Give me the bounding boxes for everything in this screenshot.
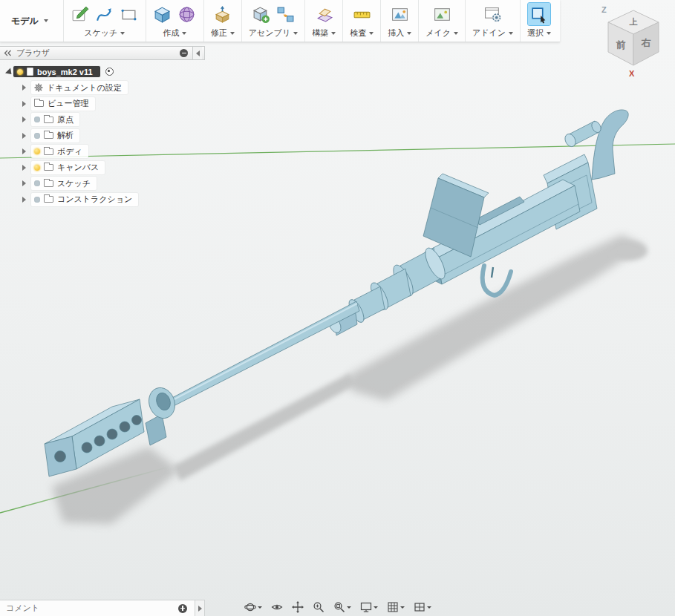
tree-item-label: 原点 xyxy=(57,114,74,125)
create-menu-button[interactable]: 作成 xyxy=(161,27,188,39)
insert-image-icon[interactable] xyxy=(388,3,411,25)
orbit-icon xyxy=(244,601,256,613)
tree-item-label: キャンバス xyxy=(57,162,99,173)
assemble-menu-button[interactable]: アセンブリ xyxy=(247,27,299,39)
gear-icon xyxy=(34,83,43,92)
toolbar-group-modify: 修正 xyxy=(203,0,241,42)
expand-arrow-icon[interactable] xyxy=(22,85,26,91)
insert-menu-label: 挿入 xyxy=(388,27,404,39)
pan-button[interactable] xyxy=(290,600,305,614)
visibility-bulb-icon[interactable] xyxy=(34,117,40,122)
expand-arrow-icon[interactable] xyxy=(22,180,26,186)
activate-component-radio[interactable] xyxy=(105,68,114,76)
rectangle-icon[interactable] xyxy=(118,3,140,25)
viewcube-right-label: 右 xyxy=(641,37,651,48)
inspect-menu-button[interactable]: 検査 xyxy=(348,27,375,39)
look-at-button[interactable] xyxy=(270,600,284,614)
grid-icon xyxy=(387,601,399,613)
orbit-button[interactable] xyxy=(243,600,264,614)
collapse-panel-icon[interactable] xyxy=(180,49,188,57)
view-cube[interactable]: Z 上 前 右 X xyxy=(598,1,669,79)
expand-arrow-icon[interactable] xyxy=(22,117,26,122)
visibility-bulb-icon[interactable] xyxy=(34,180,40,186)
tree-row-construction[interactable]: コンストラクション xyxy=(0,193,205,206)
visibility-bulb-icon[interactable] xyxy=(34,165,40,171)
make-menu-button[interactable]: メイク xyxy=(424,27,460,39)
chevron-down-icon xyxy=(547,32,551,35)
toolbar-group-assemble: アセンブリ xyxy=(241,0,304,42)
fit-button[interactable] xyxy=(332,600,353,614)
display-settings-icon xyxy=(360,601,372,613)
addins-menu-label: アドイン xyxy=(472,27,506,39)
expand-arrow-icon[interactable] xyxy=(22,197,26,203)
tree-row-analysis[interactable]: 解析 xyxy=(0,129,205,142)
x-axis-label: X xyxy=(629,69,635,78)
select-menu-button[interactable]: 選択 xyxy=(526,27,552,39)
select-icon[interactable] xyxy=(528,3,550,25)
toolbar-group-select: 選択 xyxy=(520,0,558,42)
inspect-menu-label: 検査 xyxy=(350,27,366,39)
collapse-left-icon[interactable] xyxy=(4,50,12,56)
measure-icon[interactable] xyxy=(350,3,373,25)
expand-arrow-icon[interactable] xyxy=(22,148,26,154)
visibility-bulb-icon[interactable] xyxy=(34,197,40,203)
visibility-bulb-icon[interactable] xyxy=(17,69,23,75)
comment-bar[interactable]: コメント xyxy=(0,600,205,616)
workspace-selector[interactable]: モデル xyxy=(2,0,63,42)
addins-icon[interactable] xyxy=(481,3,503,25)
insert-menu-button[interactable]: 挿入 xyxy=(386,27,413,39)
folder-icon xyxy=(44,117,53,123)
spline-icon[interactable] xyxy=(94,3,116,25)
pan-icon xyxy=(292,601,304,613)
modify-menu-button[interactable]: 修正 xyxy=(209,27,236,39)
expand-arrow-icon[interactable] xyxy=(22,101,26,107)
tree-row-sketches[interactable]: スケッチ xyxy=(0,177,205,190)
addins-menu-button[interactable]: アドイン xyxy=(471,27,515,39)
create-sketch-icon[interactable] xyxy=(69,3,91,25)
zoom-icon xyxy=(313,601,325,613)
navigation-bar xyxy=(243,600,433,614)
chevron-down-icon xyxy=(427,606,431,609)
display-settings-button[interactable] xyxy=(359,600,379,614)
browser-title: ブラウザ xyxy=(16,47,175,59)
construct-menu-button[interactable]: 構築 xyxy=(310,27,337,39)
tree-item-label: 解析 xyxy=(57,130,74,141)
root-component-label: boys_mk2 v11 xyxy=(37,68,93,76)
z-axis-label: Z xyxy=(601,5,607,14)
tree-row-root[interactable]: boys_mk2 v11 xyxy=(0,65,205,78)
toolbar-group-inspect: 検査 xyxy=(342,0,380,42)
chevron-down-icon xyxy=(258,606,262,609)
panel-drag-handle[interactable] xyxy=(195,600,204,616)
toolbar-group-sketch: スケッチ xyxy=(63,0,146,42)
visibility-bulb-icon[interactable] xyxy=(34,148,40,154)
look-at-icon xyxy=(271,601,283,613)
add-comment-icon[interactable] xyxy=(178,604,187,613)
zoom-button[interactable] xyxy=(311,600,326,614)
sketch-menu-button[interactable]: スケッチ xyxy=(82,27,126,39)
chevron-left-icon xyxy=(196,50,200,56)
chevron-down-icon xyxy=(293,32,298,35)
construction-plane-icon[interactable] xyxy=(313,3,335,25)
joint-icon[interactable] xyxy=(274,3,296,25)
expand-arrow-icon[interactable] xyxy=(22,133,26,139)
tree-row-origin[interactable]: 原点 xyxy=(0,114,205,126)
grid-and-snaps-button[interactable] xyxy=(385,600,406,614)
extrude-icon[interactable] xyxy=(151,3,174,25)
new-component-icon[interactable] xyxy=(250,3,272,25)
tree-row-named-views[interactable]: ビュー管理 xyxy=(0,97,205,110)
tree-row-bodies[interactable]: ボディ xyxy=(0,145,205,158)
make-icon[interactable] xyxy=(431,3,453,25)
create-menu-label: 作成 xyxy=(163,27,179,39)
tree-row-canvases[interactable]: キャンバス xyxy=(0,161,205,174)
press-pull-icon[interactable] xyxy=(212,3,234,25)
viewports-button[interactable] xyxy=(412,600,433,614)
visibility-bulb-icon[interactable] xyxy=(34,133,40,139)
folder-icon xyxy=(44,196,53,203)
comment-label: コメント xyxy=(6,603,39,614)
panel-drag-handle[interactable] xyxy=(192,47,202,59)
form-icon[interactable] xyxy=(176,3,198,25)
folder-icon xyxy=(44,148,53,155)
expand-arrow-icon[interactable] xyxy=(22,165,26,171)
tree-row-document-settings[interactable]: ドキュメントの設定 xyxy=(0,82,205,94)
folder-icon xyxy=(44,164,53,171)
